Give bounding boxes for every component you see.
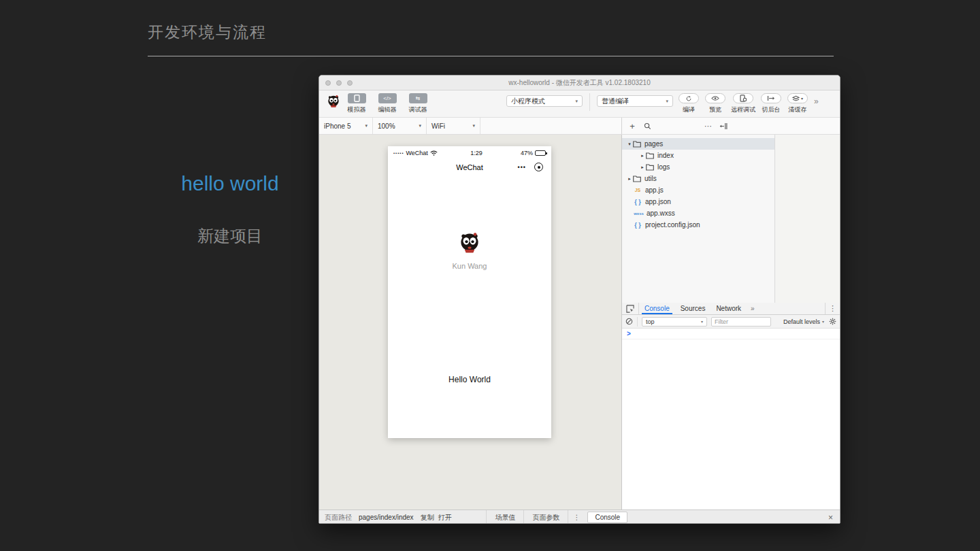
preview-button[interactable]: 预览 [704, 93, 726, 114]
tree-item-index[interactable]: ▸ index [622, 150, 774, 161]
carrier-label: WeChat [406, 150, 428, 156]
menu-dots-icon[interactable]: ••• [518, 164, 526, 171]
window-title: wx-helloworld - 微信开发者工具 v1.02.1803210 [508, 78, 650, 88]
tree-item-pages[interactable]: ▾ pages [622, 138, 774, 150]
tab-console[interactable]: Console [639, 303, 675, 314]
chevron-down-icon: ▾ [365, 123, 368, 129]
path-label: 页面路径 [325, 513, 352, 522]
context-select[interactable]: top ▾ [642, 317, 707, 327]
console-prompt[interactable]: > [622, 329, 840, 339]
toggle-label: 模拟器 [348, 105, 366, 114]
console-output[interactable]: > [622, 329, 840, 510]
folder-icon [646, 164, 654, 171]
search-icon[interactable] [640, 118, 655, 134]
tree-item-app-js[interactable]: JS app.js [622, 184, 774, 196]
log-levels-select[interactable]: Default levels ▾ [783, 318, 836, 325]
explorer-more-button[interactable]: ⋯ [701, 118, 716, 134]
window-titlebar: wx-helloworld - 微信开发者工具 v1.02.1803210 [319, 76, 840, 90]
open-path-link[interactable]: 打开 [438, 513, 452, 522]
file-tree: ▾ pages ▸ index ▸ logs [622, 135, 775, 303]
tree-item-utils[interactable]: ▸ utils [622, 173, 774, 184]
mode-select-value: 小程序模式 [511, 97, 545, 106]
tabs-overflow-button[interactable]: » [747, 303, 759, 314]
right-panel: ▾ pages ▸ index ▸ logs [621, 135, 840, 510]
devtools-console: Console Sources Network » ⋮ top ▾ [622, 303, 840, 510]
close-panel-icon[interactable]: × [821, 510, 840, 524]
scene-value-button[interactable]: 场景值 [486, 510, 523, 524]
title-divider [148, 56, 834, 56]
chevron-down-icon: ▾ [575, 99, 578, 104]
battery-icon [535, 150, 546, 156]
phone-screen[interactable]: ••••• WeChat 1:29 47% WeChat [388, 146, 551, 438]
chevron-down-icon: ▾ [472, 123, 475, 129]
new-file-button[interactable]: + [625, 118, 640, 134]
toggle-label: 编辑器 [378, 105, 397, 114]
device-bar: iPhone 5 ▾ 100% ▾ WiFi ▾ [319, 118, 621, 134]
collapse-panel-icon[interactable] [716, 118, 731, 134]
compile-button[interactable]: 编译 [678, 93, 700, 114]
chevron-right-icon[interactable]: ▸ [639, 165, 646, 170]
chevron-down-icon[interactable]: ▾ [626, 141, 633, 147]
tree-item-label: app.js [645, 186, 664, 194]
network-select[interactable]: WiFi ▾ [427, 118, 480, 134]
close-window-button[interactable] [325, 80, 331, 86]
network-select-value: WiFi [431, 122, 445, 130]
zoom-select-value: 100% [378, 122, 395, 130]
devtools-menu-button[interactable]: ⋮ [825, 303, 840, 314]
tree-item-label: logs [657, 163, 670, 171]
toggle-simulator-button[interactable]: 模拟器 [346, 93, 367, 114]
exit-target-icon[interactable] [534, 163, 543, 171]
clear-cache-button[interactable]: ▾ 清缓存 [787, 93, 808, 114]
clock-label: 1:29 [432, 150, 521, 156]
zoom-select[interactable]: 100% ▾ [373, 118, 427, 134]
statusbar-menu-button[interactable]: ⋮ [568, 510, 585, 524]
chevron-right-icon[interactable]: ▸ [639, 153, 646, 158]
main-area: ••••• WeChat 1:29 47% WeChat [319, 135, 840, 510]
compile-mode-select[interactable]: 普通编译 ▾ [597, 95, 673, 107]
inspect-element-icon[interactable] [622, 303, 639, 314]
tree-item-logs[interactable]: ▸ logs [622, 161, 774, 173]
user-avatar[interactable] [457, 231, 482, 255]
action-label: 编译 [683, 105, 695, 114]
toggle-editor-button[interactable]: </> 编辑器 [377, 93, 397, 114]
console-bottom-tab[interactable]: Console [587, 512, 627, 523]
action-label: 预览 [709, 105, 721, 114]
maximize-window-button[interactable] [347, 80, 353, 86]
background-switch-button[interactable]: 切后台 [760, 93, 782, 114]
user-avatar[interactable] [326, 94, 341, 109]
minimize-window-button[interactable] [336, 80, 342, 86]
gear-icon[interactable] [829, 318, 836, 325]
page-params-button[interactable]: 页面参数 [523, 510, 568, 524]
console-filter-bar: top ▾ Default levels ▾ [622, 315, 840, 329]
tree-item-label: project.config.json [645, 221, 700, 229]
chevron-down-icon: ▾ [701, 319, 703, 324]
battery-percent: 47% [521, 150, 533, 156]
phone-icon [348, 93, 366, 103]
filter-input[interactable] [711, 317, 771, 327]
tree-item-project-config[interactable]: { } project.config.json [622, 219, 774, 231]
explorer-toolbar: + ⋯ [621, 118, 840, 134]
page-path-group: 页面路径 pages/index/index 复制 打开 [319, 510, 486, 524]
tree-item-app-wxss[interactable]: wxss app.wxss [622, 207, 774, 219]
device-select[interactable]: iPhone 5 ▾ [319, 118, 373, 134]
remote-debug-button[interactable]: 远程调试 [731, 93, 755, 114]
toolbar-overflow-button[interactable]: » [814, 97, 819, 106]
chevron-right-icon[interactable]: ▸ [626, 176, 633, 182]
user-info-block[interactable]: Kun Wang [388, 231, 551, 270]
action-label: 远程调试 [731, 105, 755, 114]
toggle-debugger-button[interactable]: ⇆ 调试器 [408, 93, 428, 114]
clear-console-icon[interactable] [625, 318, 633, 325]
arrow-bar-icon [761, 93, 781, 103]
chevron-down-icon: ▾ [419, 123, 421, 129]
tab-sources[interactable]: Sources [675, 303, 711, 314]
tree-item-app-json[interactable]: { } app.json [622, 196, 774, 207]
window-status-bar: 页面路径 pages/index/index 复制 打开 场景值 页面参数 ⋮ … [319, 510, 840, 524]
action-label: 切后台 [762, 105, 781, 114]
mode-select[interactable]: 小程序模式 ▾ [506, 95, 583, 107]
tree-item-label: index [657, 152, 674, 159]
tab-network[interactable]: Network [710, 303, 747, 314]
hello-world-text: Hello World [388, 375, 551, 384]
layers-icon: ▾ [787, 93, 808, 103]
copy-path-link[interactable]: 复制 [421, 513, 434, 522]
page-title: WeChat [456, 163, 483, 171]
